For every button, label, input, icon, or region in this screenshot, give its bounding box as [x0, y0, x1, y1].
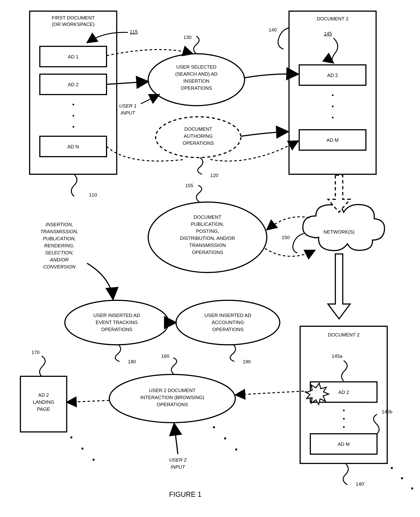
- svg-text:PUBLICATION,: PUBLICATION,: [43, 236, 76, 241]
- svg-text:OPERATIONS: OPERATIONS: [181, 85, 212, 91]
- insertion-oval: USER SELECTED (SEARCH AND) AD INSERTION …: [148, 54, 245, 106]
- svg-rect-65: [70, 437, 72, 438]
- first-document-box: FIRST DOCUMENT (OR WORKSPACE) AD 1 AD 2 …: [30, 11, 117, 174]
- ad1-label: AD 1: [68, 54, 79, 60]
- svg-text:TRANSMISSION,: TRANSMISSION,: [40, 229, 78, 234]
- svg-text:CONVERSION: CONVERSION: [43, 264, 75, 270]
- ref-180: 180: [128, 359, 136, 365]
- svg-rect-70: [235, 449, 237, 450]
- ad2-label: AD 2: [68, 82, 79, 87]
- ref-140: 140: [269, 27, 277, 33]
- svg-text:INTERACTION (BROWSING): INTERACTION (BROWSING): [140, 395, 204, 400]
- publication-oval: DOCUMENT PUBLICATION, POSTING, DISTRIBUT…: [148, 202, 267, 273]
- svg-text:AD 2: AD 2: [338, 389, 349, 395]
- svg-rect-10: [332, 95, 333, 96]
- browsing-oval: USER 2 DOCUMENT INTERACTION (BROWSING) O…: [109, 374, 235, 423]
- adn-label: AD N: [68, 144, 79, 149]
- network-label: NETWORK(S): [323, 229, 355, 235]
- svg-text:AND/OR: AND/OR: [49, 257, 68, 262]
- ref-140p: 140': [356, 481, 365, 487]
- arrow-network-to-doc2b: [328, 254, 350, 319]
- svg-text:OPERATIONS: OPERATIONS: [212, 327, 244, 332]
- user1-input-label: USER 1 INPUT: [119, 103, 136, 116]
- first-doc-title1: FIRST DOCUMENT: [52, 15, 95, 21]
- ref-150: 150: [282, 235, 290, 240]
- svg-rect-73: [411, 487, 413, 489]
- figure-1-diagram: FIRST DOCUMENT (OR WORKSPACE) AD 1 AD 2 …: [0, 0, 420, 517]
- first-doc-title2: (OR WORKSPACE): [52, 22, 95, 27]
- svg-rect-52: [343, 410, 345, 411]
- ref-130: 130: [183, 34, 191, 40]
- starburst-icon: [305, 383, 329, 404]
- accounting-oval: USER INSERTED AD ACCOUNTING OPERATIONS: [176, 300, 280, 345]
- events-label: INSERTION, TRANSMISSION, PUBLICATION, RE…: [40, 222, 78, 270]
- svg-text:PAGE: PAGE: [37, 406, 50, 412]
- svg-rect-54: [343, 426, 345, 428]
- figure-title: FIGURE 1: [169, 490, 201, 498]
- svg-text:PUBLICATION,: PUBLICATION,: [191, 221, 224, 227]
- svg-rect-72: [401, 477, 403, 479]
- svg-text:USER SELECTED: USER SELECTED: [176, 64, 217, 70]
- svg-text:POSTING,: POSTING,: [196, 228, 219, 234]
- svg-rect-4: [73, 104, 74, 105]
- ref-190: 190: [243, 359, 251, 365]
- svg-text:DOCUMENT 2: DOCUMENT 2: [328, 332, 360, 338]
- svg-text:INSERTION,: INSERTION,: [45, 222, 73, 227]
- ref-155: 155: [185, 183, 193, 188]
- svg-text:USER 1: USER 1: [119, 103, 136, 109]
- svg-text:AD M: AD M: [338, 441, 350, 447]
- svg-text:DOCUMENT: DOCUMENT: [194, 214, 221, 220]
- svg-text:OPERATIONS: OPERATIONS: [157, 402, 188, 407]
- svg-text:DOCUMENT: DOCUMENT: [184, 126, 212, 132]
- network-cloud: NETWORK(S): [303, 205, 385, 251]
- ref-145b: 145b: [382, 409, 392, 414]
- authoring-oval: DOCUMENT AUTHORING OPERATIONS: [156, 117, 241, 158]
- svg-rect-6: [73, 126, 74, 128]
- tracking-oval: USER INSERTED AD EVENT TRACKING OPERATIO…: [65, 300, 169, 345]
- svg-rect-53: [343, 418, 345, 419]
- ref-110: 110: [89, 192, 97, 198]
- svg-text:LANDING: LANDING: [33, 399, 54, 405]
- svg-text:DISTRIBUTION, AND/OR: DISTRIBUTION, AND/OR: [180, 236, 235, 241]
- svg-rect-12: [332, 117, 333, 118]
- svg-text:AD 2: AD 2: [38, 392, 49, 398]
- svg-text:USER INSERTED AD: USER INSERTED AD: [93, 312, 140, 318]
- svg-text:INSERTION: INSERTION: [183, 78, 209, 84]
- ref-170: 170: [31, 350, 39, 355]
- doc2top-adm: AD M: [327, 137, 339, 143]
- svg-text:AUTHORING: AUTHORING: [184, 133, 213, 139]
- document2-top-box: DOCUMENT 2 AD 2 AD M: [289, 11, 376, 174]
- svg-rect-11: [332, 106, 333, 107]
- svg-text:OPERATIONS: OPERATIONS: [192, 250, 223, 255]
- doc2top-title: DOCUMENT 2: [317, 16, 348, 22]
- user2-input-label: USER 2 INPUT: [169, 457, 187, 470]
- svg-text:USER 2: USER 2: [169, 457, 187, 463]
- ref-160: 160: [161, 353, 169, 359]
- ref-145: 145: [324, 31, 332, 36]
- svg-rect-66: [82, 448, 83, 449]
- svg-rect-0: [30, 11, 117, 174]
- svg-text:USER 2 DOCUMENT: USER 2 DOCUMENT: [149, 388, 195, 393]
- svg-text:USER INSERTED AD: USER INSERTED AD: [204, 312, 251, 318]
- ref-115: 115: [130, 29, 138, 34]
- svg-rect-69: [224, 437, 226, 439]
- svg-text:TRANSMISSION: TRANSMISSION: [189, 243, 226, 248]
- svg-text:EVENT TRACKING: EVENT TRACKING: [96, 319, 138, 325]
- doc2top-ad2: AD 2: [327, 72, 338, 78]
- svg-text:(SEARCH AND) AD: (SEARCH AND) AD: [175, 71, 218, 77]
- svg-text:OPERATIONS: OPERATIONS: [183, 140, 214, 146]
- svg-text:RENDERING,: RENDERING,: [44, 243, 74, 248]
- ref-120: 120: [210, 173, 218, 178]
- svg-rect-68: [213, 426, 215, 428]
- svg-text:ACCOUNTING: ACCOUNTING: [212, 319, 244, 325]
- svg-rect-5: [73, 115, 74, 116]
- svg-text:OPERATIONS: OPERATIONS: [101, 327, 133, 332]
- arrow-doc2-to-network: [328, 175, 350, 212]
- svg-text:INPUT: INPUT: [121, 110, 135, 116]
- svg-text:SELECTION,: SELECTION,: [45, 250, 74, 255]
- ref-145a: 145a: [332, 353, 342, 359]
- svg-rect-67: [93, 459, 95, 461]
- landing-page-box: AD 2 LANDING PAGE: [20, 376, 67, 432]
- svg-rect-71: [391, 467, 393, 469]
- svg-text:INPUT: INPUT: [171, 464, 186, 470]
